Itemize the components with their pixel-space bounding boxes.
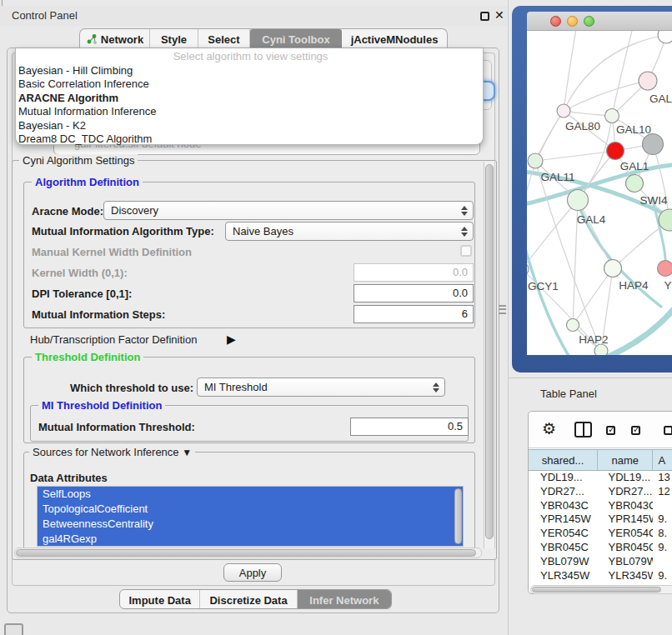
mi-steps-field[interactable]: 6 bbox=[354, 305, 474, 323]
table-cell: YBR045C bbox=[529, 541, 598, 555]
network-node-swi4[interactable] bbox=[626, 175, 644, 192]
tab-cyni-toolbox[interactable]: Cyni Toolbox bbox=[250, 29, 342, 49]
table-row[interactable]: YER054CYER054C8. bbox=[529, 527, 672, 541]
tab-select[interactable]: Select bbox=[198, 29, 250, 49]
network-edge[interactable] bbox=[612, 31, 634, 116]
manual-kernel-checkbox[interactable] bbox=[460, 245, 472, 257]
dropdown-item[interactable]: Bayesian - Hill Climbing bbox=[16, 64, 483, 78]
table-cell: YDL19... bbox=[598, 471, 654, 485]
network-node-hap2[interactable] bbox=[567, 319, 579, 332]
attributes-list-scrollbar[interactable] bbox=[454, 488, 462, 544]
table-hscroll-thumb[interactable] bbox=[532, 587, 661, 592]
attribute-list-item[interactable]: BetweennessCentrality bbox=[38, 517, 463, 532]
zoom-window-icon[interactable] bbox=[584, 16, 594, 27]
network-node-label: GAL80 bbox=[565, 120, 600, 132]
gear-icon[interactable]: ⚙ bbox=[542, 419, 556, 438]
select-all-columns-icon[interactable]: ✓ bbox=[606, 426, 615, 435]
network-edge[interactable] bbox=[578, 200, 613, 268]
network-node-gal4[interactable] bbox=[568, 190, 589, 211]
network-window-titlebar[interactable] bbox=[527, 12, 672, 31]
split-columns-icon[interactable] bbox=[574, 422, 592, 438]
divider-grip-icon[interactable] bbox=[499, 305, 506, 314]
float-window-icon[interactable] bbox=[480, 12, 489, 21]
network-window: GALGAL80GAL10GAL1GAL11SWI4GAL4GCY1HAP4YH… bbox=[512, 6, 672, 372]
mi-threshold-definition-legend: MI Threshold Definition bbox=[38, 399, 165, 412]
network-edge[interactable] bbox=[527, 231, 575, 355]
table-row[interactable]: YIL052CYIL052C9. bbox=[529, 582, 672, 583]
table-row[interactable]: YDR27...YDR27...12 bbox=[529, 485, 672, 499]
table-row[interactable]: YBR045CYBR045C9. bbox=[529, 541, 672, 555]
settings-vscroll-thumb[interactable] bbox=[485, 164, 494, 539]
network-edge[interactable] bbox=[573, 268, 613, 325]
mi-algorithm-type-combo[interactable]: Naive Bayes bbox=[225, 222, 474, 241]
dropdown-item[interactable]: Dream8 DC_TDC Algorithm bbox=[16, 132, 483, 147]
settings-hscroll-thumb[interactable] bbox=[16, 549, 476, 557]
which-threshold-combo[interactable]: MI Threshold bbox=[197, 378, 445, 397]
dropdown-item[interactable]: Basic Correlation Inference bbox=[16, 78, 483, 92]
control-panel: Control Panel ✕ Network Style Select Cyn… bbox=[0, 0, 507, 635]
which-threshold-label: Which threshold to use: bbox=[70, 382, 193, 394]
table-cell: YPR145W bbox=[598, 512, 654, 527]
select-all-columns-icon-2[interactable]: ✓ bbox=[631, 426, 640, 435]
close-window-icon[interactable] bbox=[550, 16, 561, 27]
network-node-gal10[interactable] bbox=[605, 109, 619, 123]
table-cell: YDL19... bbox=[529, 471, 598, 485]
attribute-list-item[interactable]: TopologicalCoefficient bbox=[38, 502, 463, 517]
combo-arrows-icon bbox=[461, 227, 468, 237]
network-node-label: GAL4 bbox=[577, 213, 606, 226]
tab-infer-network[interactable]: Infer Network bbox=[298, 590, 391, 609]
attribute-list-item[interactable]: SelfLoops bbox=[38, 487, 463, 502]
corner-button[interactable] bbox=[4, 623, 23, 635]
minimize-window-icon[interactable] bbox=[567, 16, 578, 27]
network-node[interactable] bbox=[643, 134, 664, 155]
dropdown-item[interactable]: Bayesian - K2 bbox=[16, 119, 483, 133]
network-edge[interactable] bbox=[527, 200, 578, 269]
network-node-label: Y bbox=[664, 279, 671, 292]
deselect-all-columns-icon[interactable] bbox=[664, 426, 672, 435]
network-node-label: GCY1 bbox=[528, 280, 559, 292]
table-row[interactable]: YPR145WYPR145W9. bbox=[529, 512, 672, 527]
network-node-gal1[interactable] bbox=[607, 142, 624, 160]
table-row[interactable]: YLR345WYLR345W9. bbox=[529, 569, 672, 583]
tab-network[interactable]: Network bbox=[80, 29, 150, 49]
mi-threshold-field[interactable]: 0.5 bbox=[350, 418, 469, 436]
data-attributes-list[interactable]: SelfLoopsTopologicalCoefficientBetweenne… bbox=[37, 486, 464, 547]
network-node-gal[interactable] bbox=[639, 72, 657, 90]
network-node-gcy1[interactable] bbox=[527, 262, 529, 276]
table-row[interactable]: YBR043CYBR043C bbox=[529, 499, 672, 513]
apply-button[interactable]: Apply bbox=[223, 563, 282, 582]
network-edge[interactable] bbox=[564, 81, 648, 111]
close-panel-icon[interactable]: ✕ bbox=[494, 8, 504, 22]
column-header-name[interactable]: name bbox=[598, 449, 653, 471]
table-cell: YDR27... bbox=[598, 485, 654, 499]
table-cell: YLR345W bbox=[598, 569, 654, 583]
column-header-partial[interactable]: A bbox=[653, 449, 672, 471]
column-header-shared-name[interactable]: shared... bbox=[529, 449, 598, 471]
network-node[interactable] bbox=[594, 344, 608, 355]
combo-arrows-icon bbox=[461, 206, 468, 216]
tab-discretize-data[interactable]: Discretize Data bbox=[200, 590, 297, 609]
table-cell: YLR345W bbox=[529, 569, 598, 583]
network-node-gal11[interactable] bbox=[528, 153, 543, 168]
dropdown-item[interactable]: ARACNE Algorithm bbox=[16, 92, 483, 106]
kernel-width-field[interactable]: 0.0 bbox=[354, 263, 474, 282]
network-node-gal80[interactable] bbox=[557, 104, 570, 118]
network-node-y[interactable] bbox=[658, 261, 672, 277]
table-row[interactable]: YDL19...YDL19...13 bbox=[529, 471, 672, 485]
dpi-tolerance-field[interactable]: 0.0 bbox=[354, 284, 474, 302]
tab-impute-data[interactable]: Impute Data bbox=[120, 590, 200, 609]
hub-expand-icon[interactable]: ▶ bbox=[227, 332, 236, 346]
attribute-list-item[interactable]: gal4RGexp bbox=[38, 532, 463, 547]
dropdown-item[interactable]: Mutual Information Inference bbox=[16, 105, 483, 119]
aracne-mode-combo[interactable]: Discovery bbox=[103, 201, 474, 220]
network-node-hap4[interactable] bbox=[604, 260, 622, 278]
tab-jactivemnodules[interactable]: jActiveMNodules bbox=[342, 29, 447, 49]
table-row[interactable]: YBL079WYBL079W bbox=[529, 555, 672, 569]
network-node-label: HAP4 bbox=[619, 279, 649, 292]
network-node[interactable] bbox=[658, 31, 672, 43]
tab-style[interactable]: Style bbox=[150, 29, 198, 49]
table-cell: 9. bbox=[653, 582, 672, 583]
sources-collapse-icon[interactable]: ▼ bbox=[182, 447, 192, 458]
table-container: ⚙ ✓ ✓ shared... name A YDL19...YDL19...1… bbox=[528, 411, 672, 594]
network-canvas[interactable]: GALGAL80GAL10GAL1GAL11SWI4GAL4GCY1HAP4YH… bbox=[527, 31, 672, 355]
